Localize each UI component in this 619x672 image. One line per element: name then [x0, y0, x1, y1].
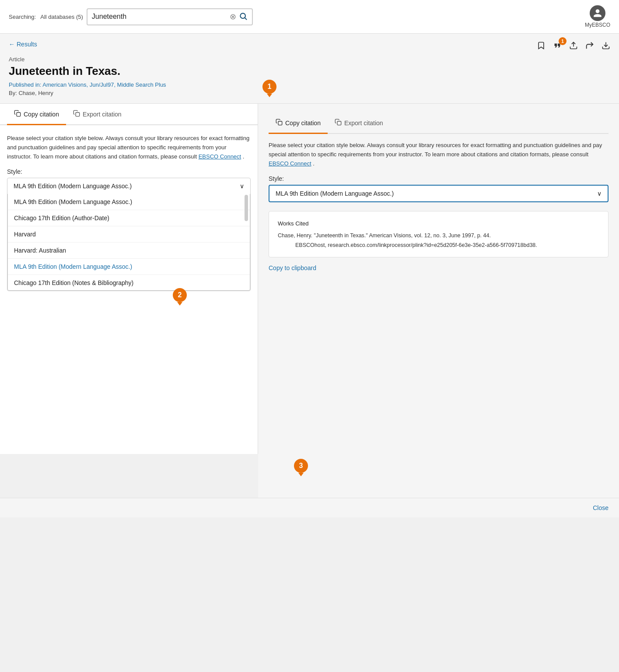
chevron-down-icon-left: ∨	[240, 183, 244, 190]
dropdown-option-mla-selected[interactable]: MLA 9th Edition (Modern Language Assoc.)	[8, 259, 250, 275]
copy-citation-icon-left	[14, 110, 21, 119]
close-button[interactable]: Close	[593, 504, 609, 511]
article-author: By: Chase, Henry	[9, 90, 610, 96]
citation-line2: EBSCOhost, research.ebsco.com/linkproces…	[278, 241, 599, 250]
svg-rect-6	[278, 121, 282, 125]
svg-rect-7	[337, 121, 341, 125]
dropdown-option-mla-header[interactable]: MLA 9th Edition (Modern Language Assoc.)	[8, 194, 250, 210]
searching-label: Searching: All databases (5)	[9, 14, 83, 20]
dropdown-option-harvard[interactable]: Harvard	[8, 226, 250, 243]
tab-copy-citation-right[interactable]: Copy citation	[269, 113, 328, 134]
myebsco-icon	[590, 5, 605, 21]
export-citation-icon-left	[73, 110, 80, 119]
article-published-in: Published in: American Visions, Jun/Jul9…	[9, 81, 610, 88]
style-dropdown-left[interactable]: MLA 9th Edition (Modern Language Assoc.)…	[7, 178, 251, 291]
export-citation-icon-right	[335, 119, 342, 127]
tab-copy-citation-left[interactable]: Copy citation	[7, 104, 66, 125]
bookmark-icon[interactable]	[537, 41, 546, 53]
clear-search-button[interactable]: ⊗	[230, 13, 236, 21]
dropdown-option-chicago-notes[interactable]: Chicago 17th Edition (Notes & Bibliograp…	[8, 275, 250, 290]
search-input[interactable]	[92, 13, 230, 21]
citation-text: Chase, Henry. "Juneteenth in Texas." Ame…	[278, 231, 599, 250]
right-panel: Copy citation Export citation Please sel…	[258, 104, 619, 498]
chevron-down-icon-right: ∨	[597, 190, 602, 197]
download-icon[interactable]	[602, 41, 610, 53]
search-button[interactable]	[239, 12, 248, 22]
tab-export-citation-left[interactable]: Export citation	[66, 104, 129, 125]
dropdown-list-left: MLA 9th Edition (Modern Language Assoc.)…	[7, 194, 250, 291]
scroll-indicator-left	[245, 195, 248, 221]
cite-icon-wrap[interactable]: 1	[553, 41, 562, 53]
tab-export-citation-right[interactable]: Export citation	[328, 113, 390, 134]
svg-rect-4	[17, 113, 21, 116]
right-tabs: Copy citation Export citation	[269, 113, 609, 134]
citation-line1: Chase, Henry. "Juneteenth in Texas." Ame…	[278, 231, 599, 240]
share-icon[interactable]	[585, 41, 595, 53]
main-layout: Copy citation Export citation Please sel…	[0, 104, 619, 498]
close-area: Close	[0, 498, 619, 517]
left-panel-content: Please select your citation style below.…	[0, 125, 258, 300]
instruction-text-right: Please select your citation style below.…	[269, 141, 609, 168]
style-dropdown-right[interactable]: MLA 9th Edition (Modern Language Assoc.)…	[269, 185, 609, 202]
svg-rect-5	[76, 113, 80, 116]
copy-citation-icon-right	[276, 119, 283, 127]
cite-badge: 1	[559, 37, 567, 45]
copy-to-clipboard-button[interactable]: Copy to clipboard	[269, 264, 316, 271]
dropdown-option-chicago-author-date[interactable]: Chicago 17th Edition (Author-Date)	[8, 210, 250, 226]
upload-icon[interactable]	[569, 41, 578, 53]
style-label-right: Style:	[269, 175, 609, 182]
myebsco-area[interactable]: MyEBSCO	[585, 5, 610, 28]
citation-box: Works Cited Chase, Henry. "Juneteenth in…	[269, 211, 609, 257]
search-input-wrap: ⊗	[87, 8, 253, 25]
top-bar: Searching: All databases (5) ⊗ MyEBSCO	[0, 0, 619, 34]
back-to-results-button[interactable]: ← Results	[9, 41, 37, 48]
left-panel: Copy citation Export citation Please sel…	[0, 104, 258, 454]
instruction-text-left: Please select your citation style below.…	[7, 134, 251, 161]
citation-section-title: Works Cited	[278, 220, 599, 227]
left-tabs: Copy citation Export citation	[0, 104, 258, 125]
article-toolbar: 1	[537, 41, 610, 53]
dropdown-option-harvard-australian[interactable]: Harvard: Australian	[8, 243, 250, 259]
svg-line-1	[245, 18, 247, 19]
ebsco-connect-link-right[interactable]: EBSCO Connect	[269, 160, 311, 167]
article-type: Article	[9, 56, 610, 63]
search-area: Searching: All databases (5) ⊗	[9, 8, 585, 25]
myebsco-label: MyEBSCO	[585, 22, 610, 28]
ebsco-connect-link-left[interactable]: EBSCO Connect	[199, 153, 241, 160]
dropdown-header-left[interactable]: MLA 9th Edition (Modern Language Assoc.)…	[7, 178, 250, 194]
article-panel: ← Results 1	[0, 34, 619, 104]
style-label-left: Style:	[7, 168, 251, 175]
article-title: Juneteenth in Texas.	[9, 64, 610, 78]
